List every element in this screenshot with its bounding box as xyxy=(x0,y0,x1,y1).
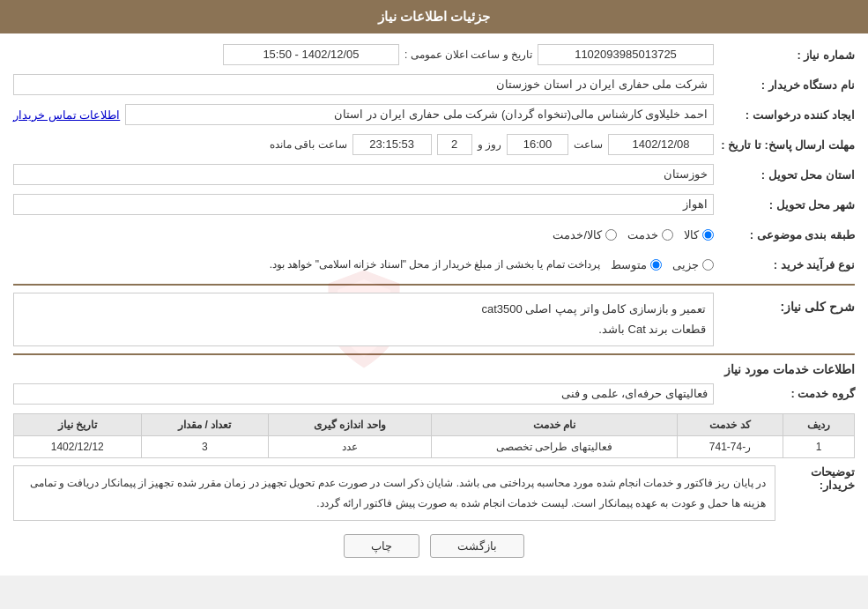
cell-date: 1402/12/12 xyxy=(14,435,142,457)
need-number-inputs: 1102093985013725 تاریخ و ساعت اعلان عموم… xyxy=(13,44,714,65)
category-label: طبقه بندی موضوعی : xyxy=(714,228,855,241)
deadline-label: مهلت ارسال پاسخ: تا تاریخ : xyxy=(714,138,855,152)
deadline-time-label: ساعت xyxy=(574,138,603,151)
cell-code: ر-74-741 xyxy=(677,435,783,457)
province-label: استان محل تحویل : xyxy=(714,168,855,182)
category-label-kala: کالا xyxy=(684,228,699,241)
need-number-row: شماره نیاز : 1102093985013725 تاریخ و سا… xyxy=(13,42,855,67)
services-table-header-row: ردیف کد خدمت نام خدمت واحد اندازه گیری ت… xyxy=(14,413,855,435)
purchase-type-radio-motavasset[interactable] xyxy=(650,259,662,271)
deadline-row: مهلت ارسال پاسخ: تا تاریخ : 1402/12/08 س… xyxy=(13,132,855,157)
creator-value: احمد خلیلاوی کارشناس مالی(تنخواه گردان) … xyxy=(125,104,714,125)
purchase-type-label-jozi: جزیی xyxy=(672,258,699,271)
city-label: شهر محل تحویل : xyxy=(714,198,855,212)
print-button[interactable]: چاپ xyxy=(344,534,419,558)
services-table-body: 1 ر-74-741 فعالیتهای طراحی تخصصی عدد 3 1… xyxy=(14,435,855,457)
deadline-date-value: 1402/12/08 xyxy=(608,134,714,155)
buyer-notes-text: در پایان ریز فاکتور و خدمات انجام شده مو… xyxy=(13,465,775,522)
need-number-value: 1102093985013725 xyxy=(538,44,714,65)
deadline-remaining-value: 23:15:53 xyxy=(352,134,432,155)
buyer-notes-label: توضیحات خریدار: xyxy=(775,465,855,492)
deadline-inputs: 1402/12/08 ساعت 16:00 روز و 2 23:15:53 س… xyxy=(13,134,714,155)
services-table: ردیف کد خدمت نام خدمت واحد اندازه گیری ت… xyxy=(13,413,855,458)
pub-date-value: 1402/12/05 - 15:50 xyxy=(223,44,399,65)
service-group-row: گروه خدمت : فعالیتهای حرفه‌ای، علمی و فن… xyxy=(13,382,855,406)
purchase-type-option-motavasset[interactable]: متوسط xyxy=(611,258,662,271)
cell-qty: 3 xyxy=(141,435,268,457)
description-label: شرح کلی نیاز: xyxy=(714,300,855,314)
cell-rownum: 1 xyxy=(783,435,855,457)
creator-inputs: احمد خلیلاوی کارشناس مالی(تنخواه گردان) … xyxy=(13,104,714,125)
page-wrapper: جزئیات اطلاعات نیاز شماره نیاز : 1102093… xyxy=(0,0,868,576)
deadline-time-value: 16:00 xyxy=(507,134,568,155)
services-section-title: اطلاعات خدمات مورد نیاز xyxy=(13,362,855,376)
province-row: استان محل تحویل : خوزستان xyxy=(13,162,855,187)
col-header-name: نام خدمت xyxy=(431,413,677,435)
category-label-khedmat: خدمت xyxy=(627,228,658,241)
city-value: اهواز xyxy=(13,194,714,215)
purchase-type-radio-group: جزیی متوسط پرداخت تمام یا بخشی از مبلغ خ… xyxy=(13,258,714,271)
purchase-type-note: پرداخت تمام یا بخشی از مبلغ خریدار از مح… xyxy=(270,258,600,271)
need-number-label: شماره نیاز : xyxy=(714,48,855,62)
buyer-org-row: نام دستگاه خریدار : شرکت ملی حفاری ایران… xyxy=(13,72,855,97)
city-row: شهر محل تحویل : اهواز xyxy=(13,192,855,217)
pub-date-label: تاریخ و ساعت اعلان عمومی : xyxy=(404,48,532,61)
description-container: Ana تعمیر و بازسازی کامل واتر پمپ اصلی c… xyxy=(13,293,714,346)
purchase-type-option-jozi[interactable]: جزیی xyxy=(672,258,714,271)
buttons-row: بازگشت چاپ xyxy=(13,534,855,558)
category-radio-khedmat[interactable] xyxy=(662,229,673,241)
back-button[interactable]: بازگشت xyxy=(430,534,524,558)
page-header: جزئیات اطلاعات نیاز xyxy=(0,0,868,33)
category-radio-kala-khedmat[interactable] xyxy=(605,229,617,241)
table-row: 1 ر-74-741 فعالیتهای طراحی تخصصی عدد 3 1… xyxy=(14,435,855,457)
purchase-type-label-motavasset: متوسط xyxy=(611,258,647,271)
purchase-type-row: نوع فرآیند خرید : جزیی متوسط پرداخت تمام… xyxy=(13,252,855,277)
creator-label: ایجاد کننده درخواست : xyxy=(714,108,855,122)
cell-unit: عدد xyxy=(268,435,431,457)
description-line2: قطعات برند Cat باشد. xyxy=(21,319,706,339)
cell-name: فعالیتهای طراحی تخصصی xyxy=(431,435,677,457)
deadline-days-value: 2 xyxy=(437,134,472,155)
col-header-code: کد خدمت xyxy=(677,413,783,435)
creator-contact-link[interactable]: اطلاعات تماس خریدار xyxy=(13,108,120,122)
col-header-rownum: ردیف xyxy=(783,413,855,435)
category-radio-group: کالا خدمت کالا/خدمت xyxy=(13,228,714,241)
creator-row: ایجاد کننده درخواست : احمد خلیلاوی کارشن… xyxy=(13,102,855,127)
category-option-khedmat[interactable]: خدمت xyxy=(627,228,673,241)
category-radio-kala[interactable] xyxy=(702,229,714,241)
deadline-remaining-label: ساعت باقی مانده xyxy=(270,138,347,151)
buyer-org-label: نام دستگاه خریدار : xyxy=(714,78,855,92)
content-area: شماره نیاز : 1102093985013725 تاریخ و سا… xyxy=(0,33,868,576)
description-line1: تعمیر و بازسازی کامل واتر پمپ اصلی cat35… xyxy=(21,299,706,319)
page-title: جزئیات اطلاعات نیاز xyxy=(378,9,490,24)
category-row: طبقه بندی موضوعی : کالا خدمت کالا/خدمت xyxy=(13,222,855,247)
services-table-head: ردیف کد خدمت نام خدمت واحد اندازه گیری ت… xyxy=(14,413,855,435)
description-box: تعمیر و بازسازی کامل واتر پمپ اصلی cat35… xyxy=(13,293,714,346)
col-header-unit: واحد اندازه گیری xyxy=(268,413,431,435)
divider-1 xyxy=(13,284,855,286)
service-group-value: فعالیتهای حرفه‌ای، علمی و فنی xyxy=(13,383,714,405)
deadline-days-label: روز و xyxy=(478,138,501,151)
buyer-org-value: شرکت ملی حفاری ایران در استان خوزستان xyxy=(13,74,714,95)
description-row: شرح کلی نیاز: Ana تعمیر و بازسازی کامل و… xyxy=(13,293,855,346)
category-label-kala-khedmat: کالا/خدمت xyxy=(553,228,602,241)
divider-2 xyxy=(13,353,855,355)
service-group-label: گروه خدمت : xyxy=(714,387,855,400)
province-value: خوزستان xyxy=(13,164,714,185)
buyer-notes-row: توضیحات خریدار: در پایان ریز فاکتور و خد… xyxy=(13,465,855,522)
col-header-qty: تعداد / مقدار xyxy=(141,413,268,435)
col-header-date: تاریخ نیاز xyxy=(14,413,142,435)
purchase-type-radio-jozi[interactable] xyxy=(702,259,714,271)
category-option-kala-khedmat[interactable]: کالا/خدمت xyxy=(553,228,617,241)
purchase-type-label: نوع فرآیند خرید : xyxy=(714,258,855,271)
category-option-kala[interactable]: کالا xyxy=(684,228,714,241)
